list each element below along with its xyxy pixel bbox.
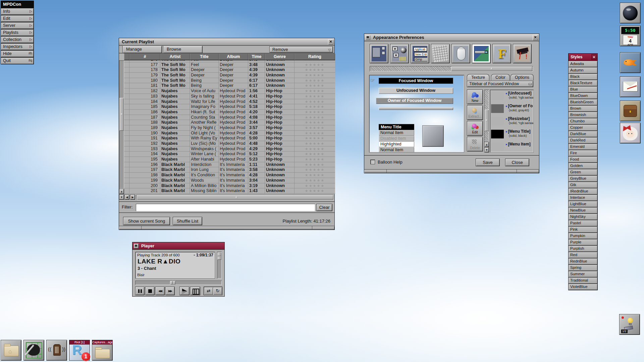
- dock-fish-tile[interactable]: [620, 52, 641, 73]
- texture-entry[interactable]: ●[Owner of Fo(solid, gray40): [490, 103, 533, 115]
- preview-menu-item[interactable]: Highlighted: [379, 141, 414, 147]
- style-item-purplish[interactable]: Purplish: [569, 246, 597, 252]
- style-item-food[interactable]: Food: [569, 157, 597, 163]
- cell-rating[interactable]: ★★★★★: [294, 120, 335, 125]
- header-num[interactable]: #: [129, 53, 160, 60]
- cell-rating[interactable]: ★★★★★: [294, 88, 335, 94]
- miniaturize-icon[interactable]: [134, 244, 139, 248]
- header-time[interactable]: Time: [248, 53, 265, 60]
- clip-riot-tile[interactable]: Riot [1] R 1: [69, 340, 90, 361]
- style-item-green[interactable]: Green: [569, 169, 597, 175]
- table-row[interactable]: 196Black MarblInterdictionIt's Immateria…: [124, 162, 335, 168]
- style-item-chumbo[interactable]: Chumbo: [569, 118, 597, 124]
- volume-slider[interactable]: [217, 252, 222, 279]
- table-row[interactable]: 188NujabesAnother RefleHydeout Prod3:44H…: [124, 120, 335, 125]
- style-item-gtk[interactable]: Gtk: [569, 182, 597, 188]
- clip-tool-tile[interactable]: [23, 340, 44, 361]
- menu-item-server[interactable]: Server▷: [1, 22, 34, 29]
- cell-rating[interactable]: ★★★★★: [294, 104, 335, 110]
- style-item-golden[interactable]: Golden: [569, 163, 597, 169]
- focus-prefs-icon[interactable]: ✕ ✕: [390, 44, 409, 63]
- cell-rating[interactable]: ★★★★★: [294, 157, 335, 162]
- style-item-pink[interactable]: Pink: [569, 227, 597, 233]
- style-item-interlace[interactable]: Interlace: [569, 195, 597, 201]
- table-row[interactable]: 193NujabesWindspeaks (Hydeout Prod4:29Hi…: [124, 146, 335, 152]
- scroll-left-icon[interactable]: ◀: [124, 194, 129, 200]
- scroll-down-icon[interactable]: ▼: [119, 194, 124, 200]
- style-item-red[interactable]: Red: [569, 252, 597, 258]
- balloon-help-checkbox[interactable]: [370, 160, 375, 164]
- style-item-irednblue[interactable]: IRednBlue: [569, 188, 597, 194]
- table-row[interactable]: 186NujabesHikari (ft. SutHydeout Prod4:2…: [124, 110, 335, 115]
- shuffle-button[interactable]: ⇄: [204, 287, 213, 295]
- repeat-button[interactable]: ↻: [213, 287, 222, 295]
- texture-entry[interactable]: ●[Unfocused](solid, "rgb:aa/aa/a: [490, 90, 533, 103]
- font-prefs-icon[interactable]: F: [492, 44, 511, 63]
- cell-rating[interactable]: ★★★★★: [294, 136, 335, 141]
- progress-slider[interactable]: [135, 281, 222, 285]
- table-row[interactable]: 199Black MarblWoodsIt's Immateria3:04Unk…: [124, 178, 335, 183]
- tab-texture[interactable]: Texture: [467, 74, 489, 80]
- tab-color[interactable]: Color: [491, 74, 510, 80]
- stop-button[interactable]: [145, 287, 155, 295]
- style-item-pumpkin[interactable]: Pumpkin: [569, 233, 597, 239]
- texture-entry[interactable]: ●[Menu Item]: [490, 141, 533, 153]
- preview-focused-titlebar[interactable]: Focused Window: [379, 78, 453, 84]
- style-item-newblue[interactable]: NewBlue: [569, 207, 597, 214]
- cell-rating[interactable]: ★★★★★: [294, 94, 335, 99]
- preview-menu-item[interactable]: Normal Item: [379, 130, 414, 136]
- preview-resizebar[interactable]: [379, 107, 453, 110]
- style-item-blacktexture[interactable]: BlackTexture: [569, 80, 597, 86]
- table-row[interactable]: 192NujabesLuv (Sic) (MoHydeout Prod4:48H…: [124, 141, 335, 146]
- style-item-bluedawn[interactable]: BlueDawn: [569, 93, 597, 99]
- fast-forward-button[interactable]: ▶▶: [165, 287, 175, 295]
- tab-options[interactable]: Options: [511, 74, 534, 80]
- preview-menu-item[interactable]: Disabled Item: [379, 136, 414, 141]
- pause-button[interactable]: [135, 287, 145, 295]
- cell-rating[interactable]: ★★★★★: [294, 141, 335, 146]
- scroll-up-icon[interactable]: ▲: [119, 189, 124, 194]
- appearance-titlebar[interactable]: Appearance Preferences: [364, 34, 539, 41]
- style-item-adwaita[interactable]: Adwaita: [569, 61, 597, 67]
- browse-collection-button[interactable]: Browse Collection: [163, 46, 203, 53]
- table-row[interactable]: 200Black MarblA Million BillioIt's Immat…: [124, 183, 335, 189]
- style-item-violetblue[interactable]: VioletBlue: [569, 284, 597, 290]
- table-row[interactable]: 183NujabesSky is fallingHydeout Prod4:41…: [124, 94, 335, 99]
- table-row[interactable]: 180The Soft MoBeingDeeper6:17Unknown★★★★…: [124, 78, 335, 83]
- table-row[interactable]: 201Black MarblMissing SiblinIt's Immater…: [124, 188, 335, 194]
- style-item-purple[interactable]: Purple: [569, 239, 597, 245]
- cell-rating[interactable]: ★★★★★: [294, 162, 335, 168]
- new-button[interactable]: New: [467, 89, 483, 104]
- table-row[interactable]: 189NujabesFly by Night (Hydeout Prod3:57…: [124, 125, 335, 131]
- preview-unfocused-titlebar[interactable]: Unfocused Window: [379, 88, 453, 94]
- header-genre[interactable]: Genre: [265, 53, 294, 60]
- scrollbar-thumb[interactable]: [451, 66, 532, 71]
- texture-entry[interactable]: ●[Menu Title](solid, black): [490, 128, 533, 141]
- table-row[interactable]: 187NujabesCounting StaHydeout Prod4:08Hi…: [124, 115, 335, 120]
- shuffle-list-button[interactable]: Shuffle List: [173, 217, 202, 225]
- dock-avatar-tile[interactable]: [620, 123, 641, 143]
- style-item-greyblue[interactable]: GreyBlue: [569, 176, 597, 182]
- dock-chest-tile[interactable]: [620, 101, 641, 121]
- style-item-summer[interactable]: Summer: [569, 271, 597, 277]
- menu-prefs-icon[interactable]: Applicati New Entr| Gimp: [411, 44, 429, 63]
- table-row[interactable]: 194NujabesWinter Lane (Hydeout Prod5:12H…: [124, 152, 335, 157]
- menu-item-hide[interactable]: Hide#h: [1, 51, 34, 57]
- style-item-traditional[interactable]: Traditional: [569, 278, 597, 284]
- style-item-autumn[interactable]: Autumn: [569, 67, 597, 73]
- styles-menu-title[interactable]: Styles ✕: [569, 54, 597, 61]
- texture-target-dropdown[interactable]: Titlebar of Focused Window: [467, 81, 533, 87]
- preview-icon-sample[interactable]: [422, 125, 444, 147]
- preview-owner-titlebar[interactable]: Owner of Focused Window: [376, 98, 453, 104]
- menu-item-quit[interactable]: Quit#q: [1, 58, 34, 64]
- cell-rating[interactable]: ★★★★★: [294, 188, 335, 194]
- style-item-blueishgreen[interactable]: BlueishGreen: [569, 99, 597, 105]
- cell-rating[interactable]: ★★★★★: [294, 99, 335, 105]
- scrollbar-thumb[interactable]: [137, 195, 333, 200]
- menu-item-playlists[interactable]: Playlists▷: [1, 29, 34, 36]
- close-icon[interactable]: ✕: [591, 54, 597, 60]
- menu-item-info[interactable]: Info▷: [1, 8, 34, 15]
- table-row[interactable]: 198Black MarblIt's ConditionIt's Immater…: [124, 173, 335, 178]
- show-current-song-button[interactable]: Show current Song: [123, 217, 170, 225]
- dock-clock-tile[interactable]: 5:50 THU 4 APR: [620, 25, 641, 46]
